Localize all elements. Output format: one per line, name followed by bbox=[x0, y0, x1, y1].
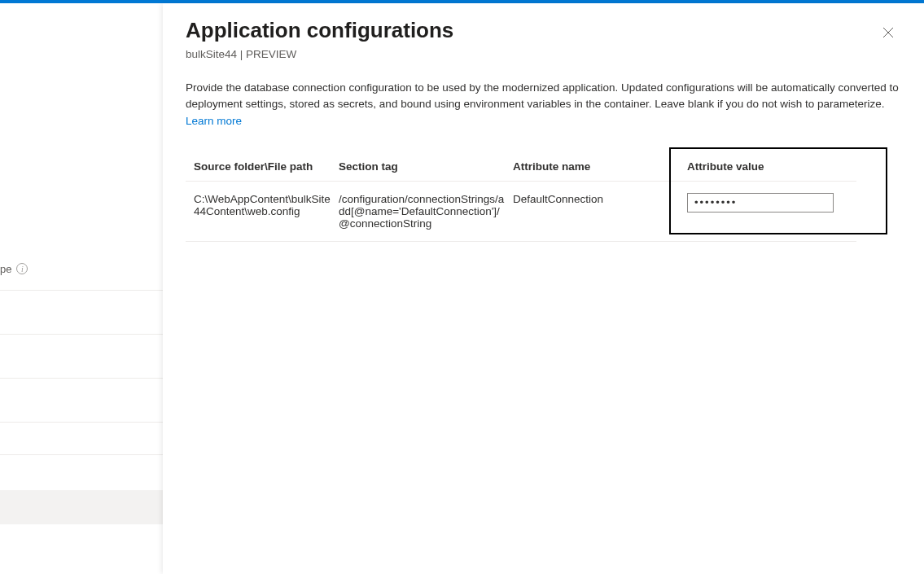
close-icon bbox=[882, 27, 894, 38]
col-header-source: Source folder\File path bbox=[186, 152, 339, 182]
cell-attribute-name: DefaultConnection bbox=[513, 181, 687, 241]
panel-subtitle-site: bulkSite44 bbox=[186, 48, 237, 60]
left-divider bbox=[0, 454, 163, 455]
left-nav-item-label: pe bbox=[0, 263, 11, 275]
panel-subtitle-separator: | bbox=[240, 48, 246, 60]
left-nav-pane: pe i bbox=[0, 3, 163, 574]
cell-source-path: C:\WebAppContent\bulkSite44Content\web.c… bbox=[186, 181, 339, 241]
application-configurations-panel: Application configurations bulkSite44 | … bbox=[163, 3, 924, 574]
learn-more-link[interactable]: Learn more bbox=[186, 115, 242, 127]
col-header-attr-value: Attribute value bbox=[687, 152, 856, 182]
panel-subtitle-preview: PREVIEW bbox=[246, 48, 296, 60]
col-header-attr-name: Attribute name bbox=[513, 152, 687, 182]
attribute-value-input[interactable] bbox=[687, 193, 834, 213]
info-icon[interactable]: i bbox=[16, 263, 28, 274]
close-button[interactable] bbox=[875, 20, 901, 46]
panel-header: Application configurations bulkSite44 | … bbox=[186, 18, 901, 60]
config-table: Source folder\File path Section tag Attr… bbox=[186, 152, 856, 242]
table-header-row: Source folder\File path Section tag Attr… bbox=[186, 152, 856, 182]
table-row: C:\WebAppContent\bulkSite44Content\web.c… bbox=[186, 181, 856, 241]
panel-title-block: Application configurations bulkSite44 | … bbox=[186, 18, 453, 60]
panel-subtitle: bulkSite44 | PREVIEW bbox=[186, 48, 453, 60]
left-divider bbox=[0, 422, 163, 423]
col-header-section: Section tag bbox=[339, 152, 513, 182]
cell-attribute-value bbox=[687, 181, 856, 241]
left-divider bbox=[0, 290, 163, 291]
panel-title: Application configurations bbox=[186, 18, 453, 43]
panel-description: Provide the database connection configur… bbox=[186, 80, 901, 129]
left-divider bbox=[0, 378, 163, 379]
config-table-wrapper: Source folder\File path Section tag Attr… bbox=[186, 152, 856, 242]
left-nav-item-truncated[interactable]: pe i bbox=[0, 261, 163, 277]
left-divider bbox=[0, 334, 163, 335]
left-nav-item-selected[interactable] bbox=[0, 490, 163, 524]
cell-section-tag: /configuration/connectionStrings/add[@na… bbox=[339, 181, 513, 241]
panel-description-text: Provide the database connection configur… bbox=[186, 81, 899, 110]
